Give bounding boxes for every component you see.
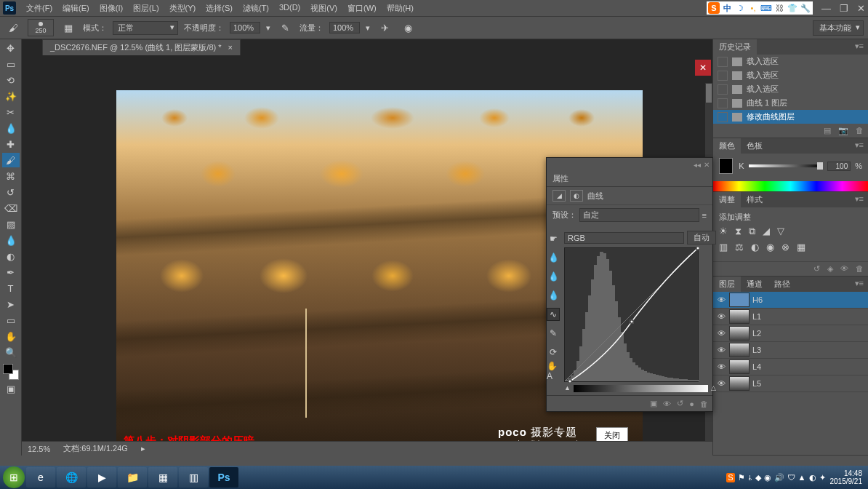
opacity-field[interactable]: 100% — [230, 22, 260, 33]
flow-field[interactable]: 100% — [329, 22, 360, 33]
history-checkbox[interactable] — [718, 112, 728, 122]
adjustments-panel-menu-icon[interactable]: ▾≡ — [851, 192, 868, 207]
taskbar-browser-icon[interactable]: 🌐 — [57, 467, 86, 488]
menu-image[interactable]: 图像(I) — [95, 1, 127, 15]
tray-volume-icon[interactable]: 🔊 — [774, 473, 784, 482]
taskbar-app2-icon[interactable]: ▥ — [179, 467, 208, 488]
adj-bw-icon[interactable]: ◐ — [751, 242, 759, 253]
history-delete-icon[interactable]: 🗑 — [856, 126, 864, 135]
hand-tool[interactable]: ✋ — [2, 329, 20, 343]
eyedropper-tool[interactable]: 💧 — [2, 121, 20, 135]
brush-tool[interactable]: 🖌 — [2, 153, 20, 167]
layer-row[interactable]: 👁L3 — [713, 342, 868, 359]
menu-select[interactable]: 选择(S) — [201, 1, 237, 15]
layer-thumbnail[interactable] — [729, 376, 750, 391]
history-panel-menu-icon[interactable]: ▾≡ — [851, 39, 868, 55]
styles-tab[interactable]: 样式 — [741, 192, 768, 207]
channels-tab[interactable]: 通道 — [741, 277, 768, 292]
tray-flag-icon[interactable]: ⚑ — [738, 473, 745, 482]
tray-app3-icon[interactable]: ▲ — [798, 473, 806, 482]
brush-preset-picker[interactable]: 250 — [28, 19, 54, 36]
layer-row[interactable]: 👁H6 — [713, 292, 868, 309]
layer-name-label[interactable]: H6 — [752, 295, 763, 304]
layer-thumbnail[interactable] — [729, 309, 750, 324]
layer-name-label[interactable]: L2 — [752, 329, 761, 338]
eraser-tool[interactable]: ⌫ — [2, 201, 20, 215]
layer-row[interactable]: 👁L4 — [713, 359, 868, 375]
preset-menu-icon[interactable]: ≡ — [702, 211, 707, 220]
sampler-minus-icon[interactable]: 💧 — [547, 289, 560, 302]
channel-dropdown[interactable]: RGB — [564, 232, 684, 244]
target-adjust-icon[interactable]: ☛ — [547, 232, 560, 245]
ime-moon-icon[interactable]: ☽ — [734, 2, 746, 14]
menu-help[interactable]: 帮助(H) — [382, 1, 418, 15]
zoom-tool[interactable]: 🔍 — [2, 345, 20, 359]
ime-lang-icon[interactable]: 中 — [721, 2, 733, 14]
menu-3d[interactable]: 3D(D) — [275, 1, 305, 15]
stamp-tool[interactable]: ⌘ — [2, 169, 20, 183]
zoom-level[interactable]: 12.5% — [28, 445, 50, 453]
sampler-plus-icon[interactable]: 💧 — [547, 270, 560, 283]
clip-to-layer-icon[interactable]: ▣ — [650, 399, 657, 408]
history-new-icon[interactable]: 📷 — [838, 126, 848, 135]
history-item[interactable]: 载入选区 — [713, 55, 868, 68]
view-previous-icon[interactable]: 👁 — [663, 399, 671, 408]
menu-window[interactable]: 窗口(W) — [343, 1, 381, 15]
workspace-switcher[interactable]: 基本功能 — [813, 20, 864, 36]
brush-tool-icon[interactable]: 🖌 — [4, 20, 22, 35]
adj-levels-icon[interactable]: ⧗ — [735, 226, 742, 237]
adj-photo-filter-icon[interactable]: ◉ — [766, 242, 774, 253]
history-brush-tool[interactable]: ↺ — [2, 185, 20, 199]
doc-info-menu-icon[interactable]: ▸ — [141, 444, 145, 453]
adj-clip-icon[interactable]: ◈ — [827, 264, 833, 274]
menu-type[interactable]: 类型(Y) — [165, 1, 201, 15]
layer-name-label[interactable]: L1 — [752, 312, 761, 321]
layer-row[interactable]: 👁L2 — [713, 325, 868, 342]
smooth-icon[interactable]: ⟳ — [547, 346, 560, 359]
window-maximize-button[interactable]: ❐ — [840, 3, 848, 14]
ime-settings-icon[interactable]: 🔧 — [800, 2, 811, 14]
preset-dropdown[interactable]: 自定 — [579, 208, 699, 222]
document-tab-close-icon[interactable]: × — [228, 43, 233, 52]
reset-icon[interactable]: ↺ — [677, 399, 683, 408]
history-item[interactable]: 曲线 1 图层 — [713, 96, 868, 110]
menu-file[interactable]: 文件(F) — [22, 1, 57, 15]
curve-point-mid[interactable] — [630, 319, 633, 323]
color-panel-swatch[interactable] — [719, 158, 733, 174]
taskbar-explorer-icon[interactable]: 📁 — [118, 467, 147, 488]
black-point-slider[interactable]: ▲ — [564, 384, 571, 391]
blur-tool[interactable]: 💧 — [2, 233, 20, 247]
tray-app1-icon[interactable]: ◆ — [755, 473, 761, 482]
input-gradient[interactable] — [574, 385, 708, 392]
properties-tab[interactable]: 属性 — [547, 171, 712, 187]
paths-tab[interactable]: 路径 — [768, 277, 796, 292]
properties-close-icon[interactable]: ✕ — [704, 161, 710, 169]
airbrush-icon[interactable]: ✈ — [376, 20, 393, 35]
type-tool[interactable]: T — [2, 281, 20, 295]
tray-network-icon[interactable]: ⫰ — [748, 473, 752, 482]
canvas-close-button[interactable]: ✕ — [695, 60, 711, 76]
color-ramp[interactable] — [713, 181, 868, 191]
layers-panel-menu-icon[interactable]: ▾≡ — [851, 277, 868, 292]
color-tab[interactable]: 颜色 — [713, 138, 741, 154]
shape-tool[interactable]: ▭ — [2, 313, 20, 327]
adj-mixer-icon[interactable]: ⊗ — [781, 242, 789, 253]
menu-edit[interactable]: 编辑(E) — [58, 1, 94, 15]
k-slider[interactable] — [749, 164, 824, 167]
adj-exposure-icon[interactable]: ◢ — [763, 226, 770, 237]
ime-link-icon[interactable]: ⛓ — [773, 2, 785, 14]
history-item[interactable]: 载入选区 — [713, 68, 868, 82]
taskbar-media-icon[interactable]: ▶ — [87, 467, 116, 488]
sampler-icon[interactable]: 💧 — [547, 251, 560, 264]
toggle-visibility-icon[interactable]: ● — [689, 399, 694, 408]
dodge-tool[interactable]: ◐ — [2, 249, 20, 263]
layer-row[interactable]: 👁L1 — [713, 309, 868, 325]
window-minimize-button[interactable]: — — [821, 3, 831, 14]
gradient-tool[interactable]: ▨ — [2, 217, 20, 231]
k-value-field[interactable]: 100 — [827, 162, 851, 171]
tray-shield-icon[interactable]: 🛡 — [787, 473, 795, 482]
ime-softkbd-icon[interactable]: ⌨ — [760, 2, 772, 14]
marquee-tool[interactable]: ▭ — [2, 57, 20, 71]
curve-point-highlight[interactable] — [696, 247, 700, 250]
taskbar-clock[interactable]: 14:48 2015/9/21 — [830, 469, 866, 485]
